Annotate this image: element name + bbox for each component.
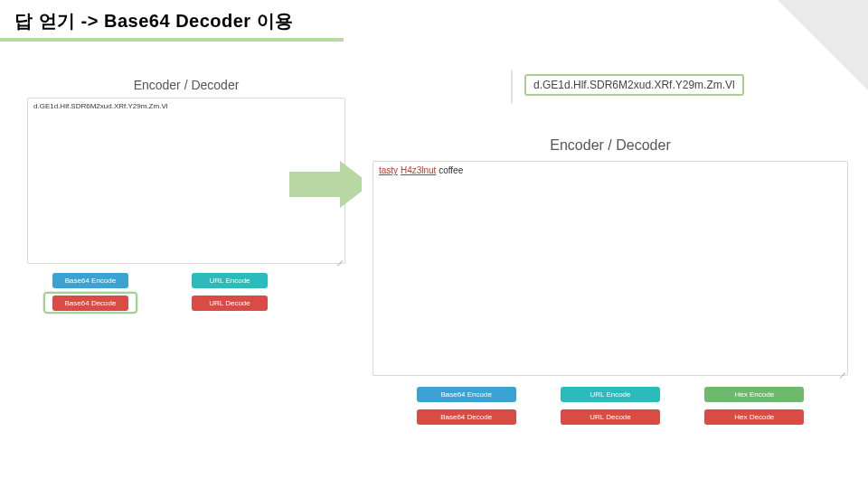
resize-handle-icon[interactable]	[838, 366, 845, 373]
base64-encode-button-left[interactable]: Base64 Encode	[52, 273, 128, 288]
base64-encode-button-right[interactable]: Base64 Encode	[417, 387, 516, 402]
decoded-output-mid: H4z3lnut	[401, 165, 436, 175]
highlight-base64-decode-left	[43, 292, 137, 314]
url-decode-button-right[interactable]: URL Decode	[561, 409, 660, 425]
encoded-string-callout: d.GE1d.Hlf.SDR6M2xud.XRf.Y29m.Zm.Vl	[524, 74, 744, 96]
slide-corner-decoration	[778, 0, 868, 90]
title-underline	[0, 38, 344, 42]
resize-handle-icon[interactable]	[335, 254, 343, 261]
panel-title-right: Encoder / Decoder	[362, 130, 859, 161]
callout-left-bar	[511, 70, 513, 103]
panel-title-left: Encoder / Decoder	[20, 74, 353, 98]
encoder-textarea-right[interactable]: tasty H4z3lnut coffee	[373, 161, 848, 376]
encoder-decoder-panel-after: Encoder / Decoder tasty H4z3lnut coffee …	[362, 130, 859, 441]
decoded-output-suffix: coffee	[439, 165, 463, 175]
slide-title: 답 얻기 -> Base64 Decoder 이용	[14, 9, 294, 33]
hex-encode-button-right[interactable]: Hex Encode	[704, 387, 804, 402]
hex-decode-button-right[interactable]: Hex Decode	[704, 409, 804, 425]
encoder-textarea-left-value: d.GE1d.Hlf.SDR6M2xud.XRf.Y29m.Zm.Vl	[33, 102, 168, 110]
decoded-output-prefix: tasty	[379, 165, 398, 175]
arrow-icon	[289, 161, 371, 208]
url-encode-button-left[interactable]: URL Encode	[192, 273, 268, 288]
url-decode-button-left[interactable]: URL Decode	[192, 296, 268, 311]
url-encode-button-right[interactable]: URL Encode	[561, 387, 660, 402]
base64-decode-button-right[interactable]: Base64 Decode	[417, 409, 516, 425]
